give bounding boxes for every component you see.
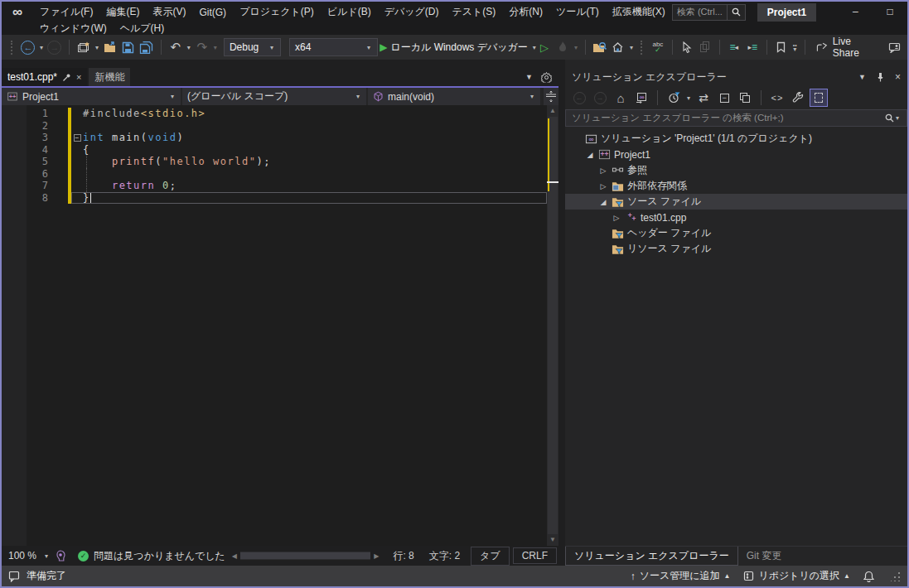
scroll-right-arrow-icon[interactable]: ▶ <box>370 552 382 560</box>
code-text[interactable] <box>83 120 547 133</box>
hot-reload-button[interactable] <box>554 37 571 57</box>
select-repository-button[interactable]: リポジトリの選択 ▲ <box>743 569 850 583</box>
expander-expanded-icon[interactable]: ◢ <box>583 151 597 159</box>
new-project-dropdown-icon[interactable]: ▾ <box>94 44 100 51</box>
close-tab-icon[interactable]: × <box>76 72 81 82</box>
tree-item-0[interactable]: ∞ソリューション 'Project1' (1/1 のプロジェクト) <box>565 131 907 147</box>
tabs-mode-indicator[interactable]: タブ <box>471 547 510 566</box>
new-project-button[interactable] <box>75 37 92 57</box>
split-editor-button[interactable] <box>542 88 558 105</box>
code-line-8[interactable]: 8} <box>2 192 547 205</box>
horizontal-scrollbar[interactable]: ◀ ▶ <box>229 546 383 566</box>
properties-wrench-icon[interactable] <box>789 89 807 107</box>
account-project-button[interactable]: Project1 <box>757 3 816 22</box>
search-icon[interactable] <box>885 113 894 123</box>
view-code-icon[interactable]: <> <box>768 89 786 107</box>
back-button[interactable]: ← <box>570 89 588 107</box>
save-button[interactable] <box>120 37 137 57</box>
tab-git-changes[interactable]: Git 変更 <box>738 547 791 566</box>
menu-item-4[interactable]: プロジェクト(P) <box>233 3 321 21</box>
zoom-level-dropdown[interactable]: 100 %▾ <box>3 547 55 564</box>
navigate-backward-button[interactable]: ← <box>20 37 36 57</box>
undo-button[interactable]: ↶ <box>167 37 184 57</box>
search-icon[interactable] <box>727 5 745 20</box>
settings-gear-icon[interactable] <box>541 72 552 83</box>
vertical-scrollbar[interactable]: ▲ ▼ <box>547 105 558 546</box>
menu-item-6[interactable]: デバッグ(D) <box>378 3 446 21</box>
start-debugging-button[interactable]: ▶ ローカル Windows デバッガー ▾ <box>383 37 534 57</box>
menu-item-0[interactable]: ファイル(F) <box>33 3 99 21</box>
outlining-margin[interactable]: − <box>71 132 83 144</box>
menu-item-1[interactable]: 編集(E) <box>99 3 146 21</box>
minimize-button[interactable]: – <box>838 2 873 22</box>
menu-item-7[interactable]: テスト(S) <box>445 3 502 21</box>
unindent-button[interactable]: ≡◂ <box>726 37 742 57</box>
pointer-select-button[interactable] <box>679 37 695 57</box>
expander-expanded-icon[interactable]: ◢ <box>597 198 610 206</box>
expander-collapsed-icon[interactable]: ▷ <box>597 166 610 175</box>
scroll-left-arrow-icon[interactable]: ◀ <box>229 552 240 560</box>
redo-dropdown-icon[interactable]: ▾ <box>212 44 219 51</box>
pin-icon[interactable] <box>876 72 885 82</box>
code-text[interactable]: } <box>83 192 547 205</box>
tree-item-5[interactable]: ▷++test01.cpp <box>565 210 907 225</box>
menu-item-9[interactable]: ツール(T) <box>549 3 606 21</box>
tree-item-4[interactable]: ◢ソース ファイル <box>565 194 907 210</box>
menu-item-10[interactable]: 拡張機能(X) <box>606 3 672 21</box>
column-indicator[interactable]: 文字: 2 <box>422 549 467 563</box>
eol-indicator[interactable]: CRLF <box>513 547 557 564</box>
close-panel-icon[interactable]: × <box>895 71 901 83</box>
expander-collapsed-icon[interactable]: ▷ <box>610 214 623 222</box>
sync-with-active-document-icon[interactable]: ⇄ <box>694 89 713 107</box>
undo-dropdown-icon[interactable]: ▾ <box>186 44 192 51</box>
code-editor[interactable]: 1#include<stdio.h>23−int main(void)4{5 p… <box>2 105 558 546</box>
code-line-1[interactable]: 1#include<stdio.h> <box>2 108 547 120</box>
expander-collapsed-icon[interactable]: ▷ <box>597 182 610 190</box>
code-text[interactable]: return 0; <box>83 180 547 192</box>
code-text[interactable]: printf("hello world"); <box>83 156 547 168</box>
code-line-3[interactable]: 3−int main(void) <box>2 132 547 144</box>
intellicode-icon[interactable] <box>55 550 66 561</box>
scroll-down-arrow-icon[interactable]: ▼ <box>547 534 558 546</box>
collapse-region-icon[interactable]: − <box>74 134 81 142</box>
h-scrollbar-thumb[interactable] <box>240 552 370 559</box>
task-status-icon[interactable] <box>8 571 20 582</box>
pending-changes-filter-icon[interactable] <box>665 89 683 107</box>
tab-whats-new[interactable]: 新機能 <box>89 68 130 86</box>
code-line-2[interactable]: 2 <box>2 120 547 133</box>
code-line-5[interactable]: 5 printf("hello world"); <box>2 156 547 168</box>
code-text[interactable]: { <box>83 144 547 157</box>
menu-item-5[interactable]: ビルド(B) <box>321 3 378 21</box>
live-share-button[interactable]: Live Share <box>811 37 882 57</box>
menu-item-2[interactable]: 表示(V) <box>146 3 192 21</box>
project-dropdown[interactable]: ++ Project1▾ <box>2 88 182 105</box>
pin-icon[interactable] <box>62 73 71 82</box>
redo-button[interactable]: ↷ <box>194 37 210 57</box>
search-options-dropdown-icon[interactable]: ▾ <box>894 114 901 122</box>
add-to-source-control-button[interactable]: ↑ ソース管理に追加 ▲ <box>631 569 731 583</box>
member-dropdown[interactable]: main(void)▾ <box>368 88 542 105</box>
resize-grip[interactable] <box>891 571 901 581</box>
solution-explorer-search-box[interactable]: ソリューション エクスプローラー の検索 (Ctrl+;) ▾ <box>565 109 907 127</box>
code-text[interactable] <box>83 168 547 181</box>
tab-solution-explorer[interactable]: ソリューション エクスプローラー <box>565 547 738 566</box>
tree-item-2[interactable]: ▷参照 <box>565 162 907 178</box>
tree-item-3[interactable]: ▷外部依存関係 <box>565 178 907 194</box>
spell-check-button[interactable]: abc✓ <box>650 37 666 57</box>
show-all-files-button[interactable] <box>810 89 828 107</box>
tree-item-6[interactable]: ヘッダー ファイル <box>565 225 907 241</box>
home-button[interactable] <box>610 37 626 57</box>
maximize-button[interactable]: □ <box>873 2 907 22</box>
find-in-files-button[interactable] <box>592 37 608 57</box>
save-all-button[interactable] <box>138 37 155 57</box>
toolbar-grip[interactable] <box>11 41 14 55</box>
open-file-button[interactable] <box>102 37 118 57</box>
document-health-indicator[interactable]: ✓ 問題は見つかりませんでした <box>78 549 225 563</box>
panel-options-dropdown-icon[interactable]: ▼ <box>858 73 866 81</box>
line-indicator[interactable]: 行: 8 <box>385 549 421 563</box>
indent-button[interactable]: ▸≡ <box>744 37 761 57</box>
home-dropdown-icon[interactable]: ▾ <box>628 44 635 51</box>
start-without-debugging-button[interactable]: ▷ <box>536 37 553 57</box>
toolbar-grip-2[interactable] <box>641 41 644 55</box>
navigate-backward-dropdown-icon[interactable]: ▾ <box>38 44 45 51</box>
